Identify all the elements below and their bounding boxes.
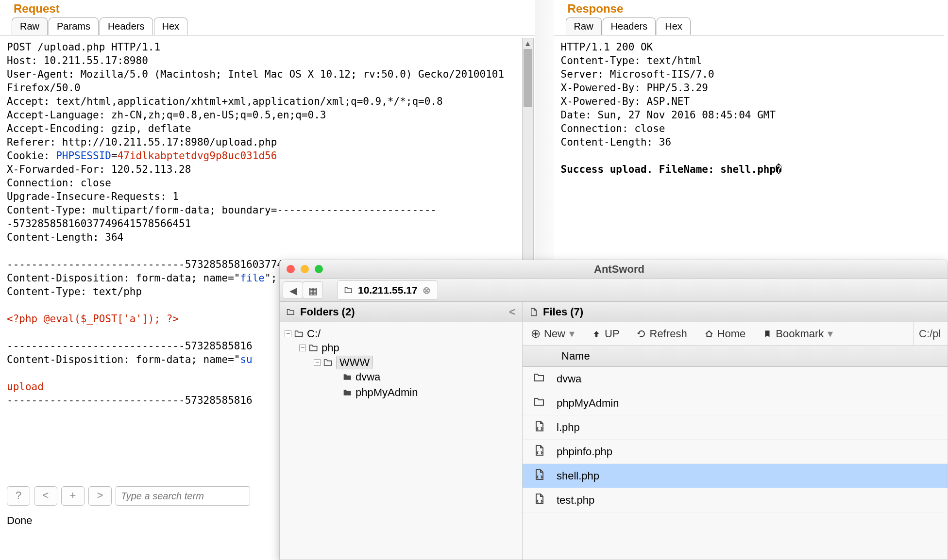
close-icon[interactable] bbox=[287, 265, 295, 273]
folder-solid-icon bbox=[343, 388, 353, 397]
folder-tree[interactable]: − C:/ − php − bbox=[280, 322, 522, 409]
zoom-icon[interactable] bbox=[315, 265, 323, 273]
footer-button[interactable]: ? bbox=[7, 486, 30, 506]
up-button[interactable]: UP bbox=[583, 328, 628, 340]
file-code-icon bbox=[534, 493, 545, 505]
folder-solid-icon bbox=[343, 372, 353, 382]
folder-icon bbox=[534, 396, 545, 408]
nav-grid-button[interactable]: ▦ bbox=[303, 281, 323, 299]
request-title: Request bbox=[0, 0, 535, 17]
file-row[interactable]: phpMyAdmin bbox=[523, 391, 948, 415]
selected-folder[interactable]: WWW bbox=[336, 356, 373, 369]
response-title: Response bbox=[554, 0, 944, 17]
bookmark-icon bbox=[763, 329, 772, 338]
tab-hex[interactable]: Hex bbox=[154, 17, 188, 35]
folder-icon bbox=[323, 358, 333, 367]
file-row[interactable]: phpinfo.php bbox=[523, 440, 948, 464]
address-tab[interactable]: 10.211.55.17 ⊗ bbox=[337, 280, 438, 300]
window-title: AntSword bbox=[330, 263, 909, 276]
folder-icon bbox=[534, 372, 545, 383]
folder-icon bbox=[309, 343, 319, 353]
file-row[interactable]: l.php bbox=[523, 415, 948, 440]
folders-title: Folders (2) bbox=[300, 306, 355, 318]
file-row[interactable]: test.php bbox=[523, 488, 948, 512]
file-row[interactable]: dvwa bbox=[523, 367, 948, 391]
minimize-icon[interactable] bbox=[301, 265, 309, 273]
column-name[interactable]: Name bbox=[557, 350, 590, 362]
tab-params[interactable]: Params bbox=[49, 17, 99, 35]
folder-icon bbox=[294, 329, 304, 339]
tab-headers[interactable]: Headers bbox=[603, 17, 656, 35]
refresh-button[interactable]: Refresh bbox=[628, 328, 696, 340]
file-code-icon bbox=[534, 420, 545, 432]
antsword-window: AntSword ◀ ▦ 10.211.55.17 ⊗ Folders (2) … bbox=[279, 260, 948, 560]
tab-hex[interactable]: Hex bbox=[657, 17, 691, 35]
footer-button[interactable]: < bbox=[34, 486, 57, 506]
close-tab-icon[interactable]: ⊗ bbox=[423, 284, 431, 296]
expander-icon[interactable]: − bbox=[299, 345, 306, 351]
footer-button[interactable]: + bbox=[61, 486, 85, 506]
file-row[interactable]: shell.php bbox=[523, 464, 948, 488]
tab-raw[interactable]: Raw bbox=[12, 17, 48, 35]
plus-icon bbox=[531, 329, 540, 338]
home-icon bbox=[705, 329, 713, 338]
collapse-folders-icon[interactable]: < bbox=[509, 306, 515, 318]
file-code-icon bbox=[534, 445, 545, 456]
folder-icon bbox=[287, 308, 295, 316]
footer-button[interactable]: > bbox=[88, 486, 112, 506]
files-title: Files (7) bbox=[543, 306, 583, 318]
bookmark-button[interactable]: Bookmark▾ bbox=[754, 328, 842, 340]
path-input[interactable]: C:/pl bbox=[914, 322, 948, 345]
file-code-icon bbox=[534, 469, 545, 480]
expander-icon[interactable]: − bbox=[314, 359, 321, 366]
expander-icon[interactable]: − bbox=[285, 330, 291, 337]
tab-headers[interactable]: Headers bbox=[100, 17, 153, 35]
refresh-icon bbox=[637, 329, 646, 338]
home-button[interactable]: Home bbox=[696, 328, 755, 340]
new-button[interactable]: New▾ bbox=[523, 328, 583, 340]
file-icon bbox=[529, 308, 538, 316]
up-icon bbox=[592, 329, 601, 338]
nav-back-button[interactable]: ◀ bbox=[283, 281, 303, 299]
search-input[interactable] bbox=[116, 486, 250, 506]
tab-raw[interactable]: Raw bbox=[566, 17, 602, 35]
